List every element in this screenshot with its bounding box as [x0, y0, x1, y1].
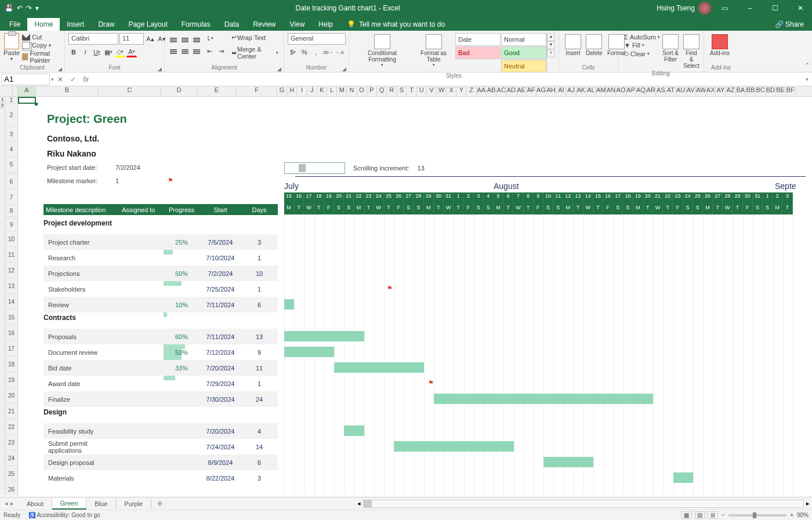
- col-header-AT[interactable]: AT: [666, 86, 676, 96]
- row-header-22[interactable]: 22: [5, 419, 17, 435]
- cut-button[interactable]: Cut: [22, 33, 61, 41]
- decrease-decimal-button[interactable]: ←.0: [334, 47, 345, 57]
- row-header-25[interactable]: 25: [5, 466, 17, 482]
- orientation-button[interactable]: ⤹▾: [204, 33, 215, 43]
- task-row[interactable]: Document review50%7/12/20249: [44, 344, 278, 360]
- accounting-button[interactable]: $▾: [288, 47, 298, 57]
- row-header-12[interactable]: 12: [5, 263, 17, 278]
- col-header-Y[interactable]: Y: [456, 86, 466, 96]
- task-row[interactable]: Proposals60%7/11/202413: [44, 329, 278, 344]
- col-header-AS[interactable]: AS: [656, 86, 666, 96]
- wrap-text-button[interactable]: ↩Wrap Text: [230, 33, 280, 42]
- paste-button[interactable]: Paste ▾: [3, 33, 20, 61]
- sheet-tab-purple[interactable]: Purple: [116, 499, 151, 509]
- page-break-view-icon[interactable]: ⊞: [708, 511, 718, 519]
- collapse-ribbon-icon[interactable]: ⌃: [805, 62, 810, 68]
- number-format-dropdown[interactable]: General: [288, 33, 346, 45]
- col-header-P[interactable]: P: [367, 86, 377, 96]
- undo-icon[interactable]: ↶: [17, 4, 23, 12]
- row-header-5[interactable]: 5: [5, 157, 17, 172]
- styles-more-icon[interactable]: ▿: [547, 49, 555, 57]
- scroll-right-icon[interactable]: ▸: [804, 500, 812, 507]
- cell-style-neutral[interactable]: Neutral: [501, 60, 546, 72]
- row-header-26[interactable]: 26: [5, 482, 17, 497]
- cell-style-date[interactable]: Date: [455, 33, 501, 46]
- cell-style-bad[interactable]: Bad: [455, 46, 501, 59]
- zoom-knob[interactable]: [753, 512, 756, 518]
- task-row[interactable]: Project charter25%7/5/20243: [44, 234, 278, 250]
- col-header-U[interactable]: U: [417, 86, 427, 96]
- first-sheet-icon[interactable]: ◂: [5, 500, 8, 507]
- outline-column[interactable]: [13, 86, 18, 96]
- align-bottom-button[interactable]: [191, 33, 202, 43]
- task-row[interactable]: Feasibility study7/20/20244: [44, 423, 278, 439]
- tab-data[interactable]: Data: [217, 18, 246, 31]
- task-row[interactable]: Submit permit applications7/24/202414: [44, 439, 278, 454]
- outline-row[interactable]: 1 2: [0, 97, 5, 496]
- redo-icon[interactable]: ↷: [26, 4, 32, 12]
- col-header-AL[interactable]: AL: [586, 86, 596, 96]
- autosum-button[interactable]: ΣAutoSum▾: [624, 33, 660, 41]
- cell-style-good[interactable]: Good: [501, 46, 546, 59]
- close-icon[interactable]: ✕: [789, 4, 812, 12]
- col-header-F[interactable]: F: [237, 86, 277, 96]
- row-header-17[interactable]: 17: [5, 341, 17, 357]
- col-header-BC[interactable]: BC: [756, 86, 766, 96]
- col-header-AA[interactable]: AA: [477, 86, 487, 96]
- col-header-BE[interactable]: BE: [775, 86, 785, 96]
- col-header-J[interactable]: J: [307, 86, 317, 96]
- task-row[interactable]: Projections50%7/2/202410: [44, 266, 278, 281]
- col-header-Z[interactable]: Z: [467, 86, 477, 96]
- align-top-button[interactable]: [168, 33, 179, 43]
- normal-view-icon[interactable]: ▦: [682, 511, 692, 519]
- col-header-AH[interactable]: AH: [546, 86, 556, 96]
- col-header-I[interactable]: I: [297, 86, 307, 96]
- italic-button[interactable]: I: [80, 47, 90, 57]
- share-button[interactable]: 🔗 Share: [767, 18, 812, 31]
- row-header-14[interactable]: 14: [5, 294, 17, 310]
- col-header-N[interactable]: N: [347, 86, 357, 96]
- col-header-AQ[interactable]: AQ: [636, 86, 646, 96]
- col-header-AP[interactable]: AP: [626, 86, 636, 96]
- col-header-AV[interactable]: AV: [686, 86, 696, 96]
- col-header-BA[interactable]: BA: [736, 86, 746, 96]
- col-header-T[interactable]: T: [407, 86, 416, 96]
- align-center-button[interactable]: [180, 45, 190, 55]
- col-header-S[interactable]: S: [397, 86, 407, 96]
- row-header-10[interactable]: 10: [5, 231, 17, 247]
- col-header-AB[interactable]: AB: [487, 86, 496, 96]
- col-header-M[interactable]: M: [337, 86, 347, 96]
- task-row[interactable]: Research7/10/20241: [44, 250, 278, 266]
- row-header-9[interactable]: 9: [5, 219, 17, 231]
- tab-home[interactable]: Home: [27, 18, 60, 31]
- minimize-icon[interactable]: –: [738, 4, 762, 12]
- tab-review[interactable]: Review: [246, 18, 282, 31]
- col-header-A[interactable]: A: [18, 86, 36, 96]
- row-header-23[interactable]: 23: [5, 435, 17, 450]
- col-header-AW[interactable]: AW: [696, 86, 706, 96]
- format-as-table-button[interactable]: Format as Table▾: [412, 33, 455, 68]
- row-header-24[interactable]: 24: [5, 450, 17, 466]
- task-row[interactable]: Award date7/29/20241: [44, 376, 278, 391]
- fill-button[interactable]: ▼Fill▾: [624, 41, 660, 49]
- col-header-AK[interactable]: AK: [577, 86, 586, 96]
- conditional-formatting-button[interactable]: Conditional Formatting▾: [353, 33, 412, 68]
- col-header-AU[interactable]: AU: [676, 86, 686, 96]
- scroll-thumb[interactable]: [299, 164, 306, 172]
- col-header-BD[interactable]: BD: [766, 86, 775, 96]
- task-row[interactable]: Bid date33%7/20/202411: [44, 360, 278, 376]
- tell-me-box[interactable]: 💡 Tell me what you want to do: [347, 20, 445, 31]
- row-header-6[interactable]: 6: [5, 174, 17, 190]
- row-header-15[interactable]: 15: [5, 310, 17, 325]
- find-select-button[interactable]: Find & Select: [681, 33, 702, 70]
- merge-center-button[interactable]: ⬌Merge & Center▾: [230, 45, 280, 60]
- copy-button[interactable]: Copy▾: [22, 41, 61, 49]
- zoom-in-icon[interactable]: +: [790, 512, 793, 518]
- task-row[interactable]: Stakeholders7/25/20241: [44, 281, 278, 297]
- dialog-launcher-icon[interactable]: ◢: [342, 66, 346, 72]
- task-row[interactable]: Materials8/22/20243: [44, 470, 278, 486]
- sheet-tab-about[interactable]: About: [19, 499, 52, 509]
- col-header-AN[interactable]: AN: [606, 86, 616, 96]
- row-header-21[interactable]: 21: [5, 403, 17, 419]
- user-avatar-icon[interactable]: [698, 2, 711, 14]
